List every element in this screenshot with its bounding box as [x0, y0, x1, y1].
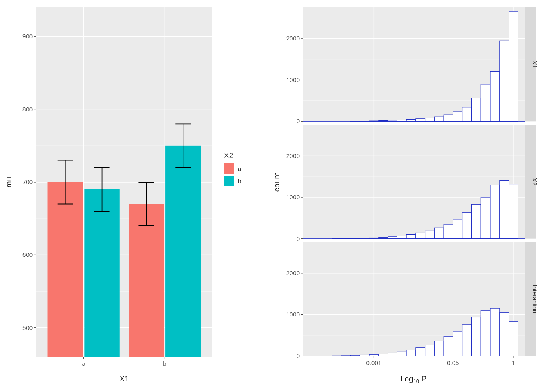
legend-swatch-a	[224, 163, 234, 174]
x-axis-title-x1: X1	[119, 374, 129, 383]
hist-bar	[462, 325, 472, 356]
hist-bar	[481, 84, 490, 121]
facet-strip-X1: X1	[531, 60, 538, 68]
bar-b-b	[165, 146, 201, 357]
xtick-a: a	[82, 360, 85, 367]
hist-bar	[500, 180, 509, 238]
bar-chart-panel: 500600700800900 ab	[22, 7, 212, 367]
xtick-b: b	[163, 360, 166, 367]
legend-swatch-b	[224, 176, 234, 186]
ytick-X2-1000: 1000	[286, 194, 300, 200]
hist-bar	[500, 312, 509, 356]
hist-bar	[481, 197, 490, 239]
y-axis-title-count: count	[274, 172, 281, 192]
legend-title: X2	[224, 151, 241, 160]
hist-bar	[462, 213, 472, 239]
ytick-X2-2000: 2000	[286, 152, 300, 159]
hist-bar	[406, 350, 416, 356]
hist-bar	[397, 352, 406, 356]
hist-bar	[406, 119, 416, 121]
ytick-600: 600	[22, 251, 33, 258]
y-axis-title-mu: mu	[4, 177, 13, 187]
ytick-700: 700	[22, 178, 33, 185]
xtick-0.001: 0.001	[366, 359, 382, 366]
hist-bar	[425, 231, 435, 238]
xtick-0.05: 0.05	[447, 359, 459, 366]
ytick-X2-0: 0	[297, 235, 300, 242]
ytick-X1-2000: 2000	[286, 35, 300, 42]
hist-bar	[462, 107, 472, 122]
histogram-facets: 010002000X1010002000X2010002000Interacti…	[286, 7, 538, 359]
hist-bar	[490, 71, 500, 121]
hist-bar	[397, 236, 406, 239]
hist-bar	[471, 98, 481, 121]
hist-bar	[388, 237, 397, 239]
bar-a-a	[48, 182, 83, 357]
bar-b-a	[129, 204, 164, 357]
hist-bar	[416, 233, 425, 238]
hist-bar	[444, 115, 453, 121]
hist-bar	[471, 317, 481, 356]
ytick-500: 500	[22, 324, 33, 331]
ytick-X1-1000: 1000	[286, 76, 300, 83]
hist-bar	[388, 353, 397, 356]
hist-bar	[425, 118, 435, 122]
facet-strip-Interaction: Interaction	[531, 285, 538, 313]
hist-bar	[509, 184, 518, 239]
hist-bar	[490, 185, 500, 239]
hist-bar	[453, 331, 462, 356]
hist-bar	[406, 235, 416, 239]
legend-label-b: b	[238, 178, 241, 185]
ytick-800: 800	[22, 106, 33, 113]
hist-bar	[444, 224, 453, 239]
legend-label-a: a	[238, 165, 241, 172]
x-axis-title-logp: Log10 P	[400, 374, 426, 384]
ytick-Interaction-0: 0	[297, 352, 300, 359]
xtick-1: 1	[512, 359, 515, 366]
hist-bar	[500, 41, 509, 121]
facet-strip-X2: X2	[531, 178, 538, 185]
ytick-X1-0: 0	[297, 118, 300, 125]
hist-bar	[471, 204, 481, 238]
hist-bar	[509, 11, 518, 121]
hist-bar	[444, 336, 453, 356]
hist-bar	[416, 348, 425, 356]
hist-bar	[481, 310, 490, 356]
hist-bar	[379, 354, 388, 356]
bar-a-b	[84, 189, 119, 357]
hist-bar	[490, 308, 500, 356]
ytick-Interaction-2000: 2000	[286, 270, 300, 276]
hist-bar	[369, 354, 379, 356]
hist-bar	[397, 120, 406, 122]
hist-bar	[453, 112, 462, 121]
ytick-900: 900	[22, 33, 33, 40]
hist-bar	[453, 219, 462, 239]
ytick-Interaction-1000: 1000	[286, 311, 300, 318]
hist-bar	[509, 322, 518, 356]
hist-bar	[434, 117, 444, 121]
hist-bar	[416, 119, 425, 122]
hist-bar	[434, 341, 444, 356]
hist-bar	[434, 228, 444, 238]
hist-bar	[425, 345, 435, 356]
